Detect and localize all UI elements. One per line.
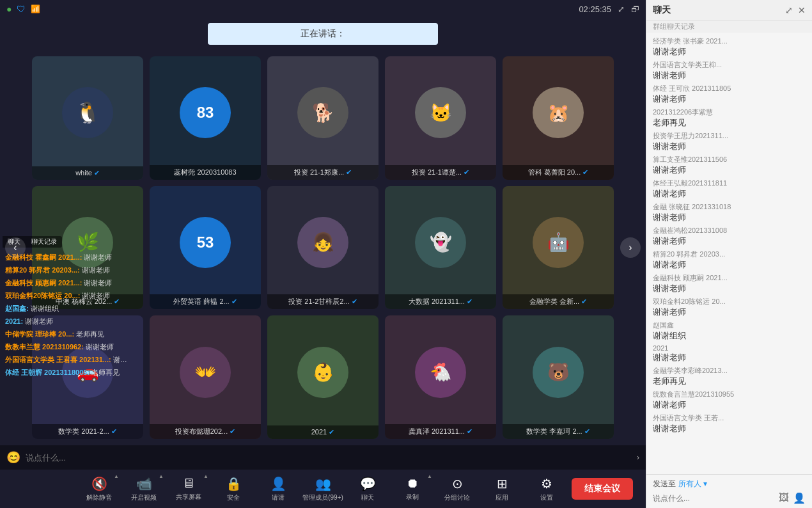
chat-entry-8: 金融 张晓征 2021331018 谢谢老师 bbox=[646, 201, 812, 225]
toolbar-breakout-button[interactable]: ⊙ 分组讨论 bbox=[435, 471, 480, 507]
video-cell-5[interactable]: 🐹 管科 葛菁阳 20... ✔ bbox=[503, 56, 614, 180]
toolbar-settings-button[interactable]: ⚙ 设置 bbox=[524, 471, 569, 507]
chat-panel-title: 聊天 bbox=[653, 4, 671, 16]
chat-entry-15: 金融学类李彩峰20213... 老师再见 bbox=[646, 365, 812, 388]
cell-name-15: 数学类 李嘉珂 2... ✔ bbox=[503, 424, 614, 439]
end-meeting-button[interactable]: 结束会议 bbox=[572, 478, 633, 500]
toolbar-mute-button[interactable]: 🔇 解除静音 ▲ bbox=[77, 471, 121, 507]
overlay-msg-8: 数教丰兰慧 2021310962: 谢谢老师 bbox=[3, 341, 132, 353]
status-dot-icon: ● bbox=[6, 4, 12, 14]
chat-footer: 发送至 所有人 ▾ 🖼 👤 bbox=[646, 474, 812, 508]
chat-text-1: 谢谢老师 bbox=[653, 46, 806, 58]
message-input[interactable] bbox=[26, 453, 632, 463]
chat-text-5: 谢谢老师 bbox=[653, 141, 806, 152]
video-cell-10[interactable]: 🤖 金融学类 金新... ✔ bbox=[503, 186, 614, 310]
video-cell-9[interactable]: 👻 大数据 2021311... ✔ bbox=[385, 186, 496, 310]
chat-text-17: 谢谢老师 bbox=[653, 423, 806, 434]
toolbar-participants-button[interactable]: 👥 管理成员(99+) bbox=[301, 471, 345, 507]
chat-text-14: 谢谢老师 bbox=[653, 352, 806, 363]
video-cell-14[interactable]: 🐔 龚真泽 2021311... ✔ bbox=[385, 315, 496, 439]
next-page-button[interactable]: › bbox=[620, 237, 641, 258]
video-cell-white[interactable]: 🐧 white ✔ bbox=[32, 56, 143, 180]
chat-sender-7: 体经王弘毅2021311811 bbox=[653, 179, 806, 188]
video-cell-3[interactable]: 🐕 投资 21-1郑康... ✔ bbox=[267, 56, 379, 180]
chat-text-15: 老师再见 bbox=[653, 376, 806, 387]
emoji-button[interactable]: 😊 bbox=[6, 450, 20, 464]
video-cell-53[interactable]: 53 外贸英语 薛韫 2... ✔ bbox=[150, 186, 261, 310]
chat-sender-8: 金融 张晓征 2021331018 bbox=[653, 202, 806, 212]
chat-panel-controls: ⤢ ✕ bbox=[785, 5, 806, 15]
chat-entry-3: 体经 王可欣 2021311805 谢谢老师 bbox=[646, 83, 812, 106]
fullscreen-icon[interactable]: ⤢ bbox=[618, 4, 625, 14]
chat-entry-13: 赵国鑫 谢谢组织 bbox=[646, 319, 812, 343]
video-grid-wrapper: ‹ 🐧 white ✔ 83 蕊树尧 2020310083 🐕 投资 21-1郑… bbox=[0, 50, 646, 445]
record-icon: ⏺ bbox=[406, 476, 419, 491]
chat-text-10: 谢谢老师 bbox=[653, 259, 806, 271]
record-label: 录制 bbox=[406, 493, 419, 502]
security-label: 安全 bbox=[227, 493, 240, 502]
chat-text-input[interactable] bbox=[653, 494, 775, 503]
chat-emoji-icon[interactable]: 👤 bbox=[793, 492, 806, 504]
chat-expand-icon[interactable]: ⤢ bbox=[785, 5, 793, 15]
chat-text-3: 谢谢老师 bbox=[653, 93, 806, 105]
toolbar-chat-button[interactable]: 💬 聊天 bbox=[345, 471, 390, 507]
video-icon: 📹 bbox=[136, 476, 152, 491]
breakout-label: 分组讨论 bbox=[444, 493, 470, 502]
overlay-msg-5: 赵国鑫: 谢谢组织 bbox=[3, 303, 132, 315]
chat-entry-12: 双珀金料20陈铭运 20... 谢谢老师 bbox=[646, 296, 812, 319]
overlay-msg-6: 2021: 谢谢老师 bbox=[3, 315, 132, 328]
signal-icon: 📶 bbox=[31, 4, 40, 13]
chat-text-16: 谢谢老师 bbox=[653, 399, 806, 411]
overlay-msg-10: 体经 王朝辉 20213118005: 老师再见 bbox=[3, 367, 132, 379]
video-cell-8[interactable]: 👧 投资 21-2甘梓辰2... ✔ bbox=[267, 186, 379, 310]
toolbar: 🔇 解除静音 ▲ 📹 开启视频 ▲ 🖥 共享屏幕 ▲ 🔒 安全 👤 请请 👥 管… bbox=[0, 470, 646, 508]
chat-sender-10: 精算20 郭昇君 20203... bbox=[653, 250, 806, 259]
top-bar: ● 🛡 📶 02:25:35 ⤢ 🗗 bbox=[0, 0, 646, 18]
toolbar-record-button[interactable]: ⏺ 录制 ▲ bbox=[390, 471, 435, 507]
chat-entry-5: 投资学王思力2021311... 谢谢老师 bbox=[646, 130, 812, 154]
video-cell-12[interactable]: 👐 投资布懿珊202... ✔ bbox=[150, 315, 261, 439]
shield-icon: 🛡 bbox=[17, 4, 26, 14]
toolbar-share-button[interactable]: 🖥 共享屏幕 ▲ bbox=[166, 471, 211, 507]
cell-name-10: 金融学类 金新... ✔ bbox=[503, 294, 614, 309]
video-cell-13[interactable]: 👶 2021 ✔ bbox=[267, 315, 379, 439]
video-label: 开启视频 bbox=[131, 493, 157, 502]
send-to-recipient[interactable]: 所有人 ▾ bbox=[678, 479, 707, 489]
cell-name-3: 投资 21-1郑康... ✔ bbox=[267, 165, 379, 180]
mute-icon: 🔇 bbox=[91, 476, 107, 491]
window-icon[interactable]: 🗗 bbox=[631, 4, 639, 14]
cell-name-9: 大数据 2021311... ✔ bbox=[385, 294, 496, 309]
chat-sender-2: 外国语言文学类王枊... bbox=[653, 60, 806, 70]
prev-page-button[interactable]: ‹ bbox=[5, 237, 26, 258]
settings-icon: ⚙ bbox=[541, 476, 552, 491]
chat-image-icon[interactable]: 🖼 bbox=[779, 492, 789, 504]
overlay-msg-2: 精算20 郭昇君 20203...: 谢谢老师 bbox=[3, 264, 132, 276]
chat-text-13: 谢谢组织 bbox=[653, 330, 806, 342]
participants-label: 管理成员(99+) bbox=[302, 493, 343, 502]
chat-entry-10: 精算20 郭昇君 20203... 谢谢老师 bbox=[646, 248, 812, 272]
cell-name-12: 投资布懿珊202... ✔ bbox=[150, 424, 261, 439]
top-bar-right: 02:25:35 ⤢ 🗗 bbox=[579, 4, 639, 14]
cell-name-8: 投资 21-2甘梓辰2... ✔ bbox=[267, 294, 379, 309]
chat-sender-17: 外国语言文学类 王若... bbox=[653, 413, 806, 423]
chat-label: 聊天 bbox=[361, 493, 374, 502]
cell-name-white: white ✔ bbox=[32, 166, 143, 180]
apps-icon: ⊞ bbox=[497, 476, 508, 491]
chat-close-icon[interactable]: ✕ bbox=[798, 5, 806, 15]
invite-icon: 👤 bbox=[270, 476, 286, 491]
chat-text-12: 谢谢老师 bbox=[653, 306, 806, 318]
chat-sender-11: 金融科技 顾惠嗣 2021... bbox=[653, 273, 806, 283]
toolbar-security-button[interactable]: 🔒 安全 bbox=[211, 471, 256, 507]
chat-entry-7: 体经王弘毅2021311811 谢谢老师 bbox=[646, 177, 812, 201]
send-to-label: 发送至 bbox=[653, 479, 676, 489]
settings-label: 设置 bbox=[540, 493, 553, 502]
video-cell-15[interactable]: 🐻 数学类 李嘉珂 2... ✔ bbox=[503, 315, 614, 439]
participants-icon: 👥 bbox=[315, 476, 331, 491]
more-options-button[interactable]: › bbox=[637, 453, 639, 462]
video-cell-83[interactable]: 83 蕊树尧 2020310083 bbox=[150, 56, 261, 180]
toolbar-video-button[interactable]: 📹 开启视频 ▲ bbox=[121, 471, 166, 507]
chat-text-8: 谢谢老师 bbox=[653, 212, 806, 223]
toolbar-invite-button[interactable]: 👤 请请 bbox=[256, 471, 301, 507]
toolbar-apps-button[interactable]: ⊞ 应用 bbox=[480, 471, 524, 507]
video-cell-4[interactable]: 🐱 投资 21-1谭楚... ✔ bbox=[385, 56, 496, 180]
